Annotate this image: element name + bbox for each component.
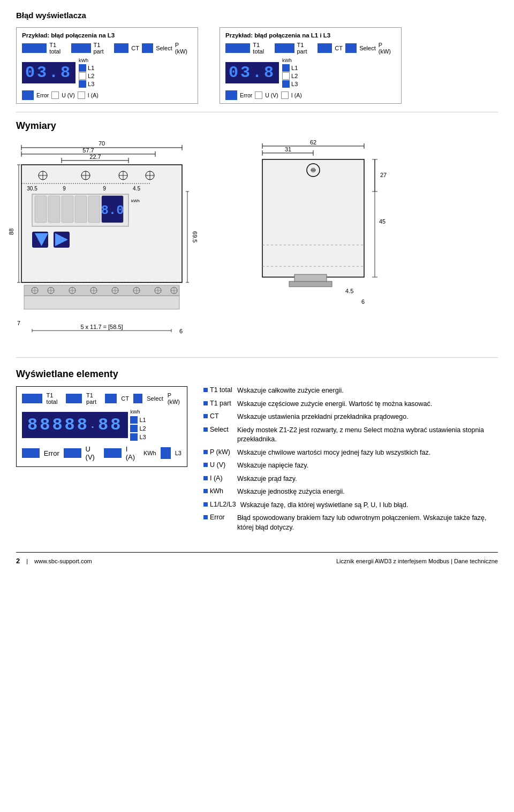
legend-val-error: Błąd spowodowany brakiem fazy lub odwrot… [237, 514, 498, 532]
legend-key-kwh: kWh [203, 487, 233, 495]
svg-rect-103 [262, 159, 364, 277]
page-footer: 2 | www.sbc-support.com Licznik energii … [16, 552, 498, 565]
svg-text:62: 62 [310, 139, 316, 145]
footer-right: Licznik energii AWD3 z interfejsem Modbu… [336, 558, 498, 564]
legend-key-pkw: P (kW) [203, 448, 233, 456]
svg-text:6: 6 [179, 328, 183, 334]
wymiary-title: Wymiary [16, 120, 498, 132]
ia-label-1: I (A) [88, 92, 99, 98]
uv-label-1: U (V) [62, 92, 75, 98]
panel-header: T1 total T1 part CT Select P (kW) [22, 392, 182, 405]
panel-l3: L3 [130, 433, 146, 441]
uv-label-2: U (V) [265, 92, 278, 98]
l3-box-2 [282, 80, 290, 88]
kwh-indicator-1: kWh L1 L2 L3 [79, 58, 94, 88]
panel-l2-box [130, 425, 138, 432]
example2-header: T1 total T1 part CT Select P (kW) [225, 42, 396, 55]
legend-key-label-error: Error [210, 514, 225, 521]
panel-l3-label: L3 [139, 434, 146, 440]
svg-text:31: 31 [285, 146, 291, 152]
l3-label-1: L3 [88, 81, 94, 87]
ct-label-2: CT [335, 45, 343, 51]
display-panel: T1 total T1 part CT Select P (kW) 8 8 8 [16, 386, 187, 467]
legend-bullet-t1part [203, 401, 208, 405]
panel-ia-box [104, 448, 122, 458]
section-divider-2 [16, 357, 498, 358]
t1-part-label-2: T1 part [297, 42, 315, 55]
legend-key-error: Error [203, 514, 233, 521]
panel-l1-label: L1 [139, 417, 146, 423]
ia-box-2 [281, 91, 289, 99]
l-col-kwh: kWh [130, 409, 146, 415]
l3-label-2: L3 [291, 81, 298, 87]
svg-text:5 x 11.7 = [58.5]: 5 x 11.7 = [58.5] [80, 324, 123, 330]
panel-l2-label: L2 [139, 425, 146, 432]
panel-kwh-btn-label: KWh [143, 450, 156, 456]
select-label-2: Select [359, 45, 376, 51]
seg-8-7: 8 [110, 415, 123, 435]
seg-8-3: 8 [52, 415, 64, 435]
ia-label-2: I (A) [291, 92, 302, 98]
example1-title: Przykład: błąd połączenia na L3 [22, 32, 192, 39]
legend-val-ct: Wskazuje ustawienia przekładni przekładn… [237, 412, 498, 422]
legend-bullet-kwh [203, 489, 208, 493]
example1-main: 03.8 kWh L1 L2 [22, 58, 192, 88]
l2-label-2: L2 [291, 73, 298, 79]
ct-label-1: CT [131, 45, 139, 51]
legend-key-label-l123: L1/L2/L3 [210, 501, 236, 508]
legend-table: T1 total Wskazuje całkowite zużycie ener… [203, 386, 498, 536]
kwh-label-2: kWh [282, 58, 298, 63]
svg-text:22.7: 22.7 [89, 154, 101, 160]
uv-box-2 [255, 91, 262, 99]
wyswietlane-title: Wyświetlane elementy [16, 369, 498, 380]
legend-key-l123: L1/L2/L3 [203, 501, 236, 508]
seg-8-2: 8 [40, 415, 52, 435]
legend-key-label-select: Select [210, 426, 229, 433]
error-example-2: Przykład: błąd połączenia na L1 i L3 T1 … [220, 27, 402, 104]
seg-display-2: 03.8 [225, 62, 279, 83]
footer-page-number: 2 [16, 557, 20, 565]
panel-l2: L2 [130, 425, 146, 432]
pkw-label-2: P (kW) [379, 42, 396, 55]
svg-text:57.7: 57.7 [82, 147, 94, 154]
footer-website: www.sbc-support.com [34, 558, 92, 564]
legend-row-kwh: kWh Wskazuje jednostkę zużycia energii. [203, 487, 498, 497]
panel-bottom-row: Error U (V) I (A) KWh L3 [22, 445, 182, 461]
panel-l1-box [130, 416, 138, 424]
legend-row-select: Select Kiedy mostek Z1-Z2 jest rozwarty,… [203, 426, 498, 445]
error-examples: Przykład: błąd połączenia na L3 T1 total… [16, 27, 498, 104]
seg-8-4: 8 [65, 415, 77, 435]
wyswietlane-content: T1 total T1 part CT Select P (kW) 8 8 8 [16, 386, 498, 536]
l-col-right: kWh L1 L2 L3 [130, 409, 146, 441]
legend-bullet-select [203, 427, 208, 432]
legend-val-kwh: Wskazuje jednostkę zużycia energii. [237, 487, 498, 497]
svg-text:8.0: 8.0 [101, 203, 124, 218]
legend-key-label-t1part: T1 part [210, 400, 231, 407]
main-seg-display: 8 8 8 8 8 . 8 8 [22, 412, 128, 438]
right-drawing: 62 31 27 [257, 138, 391, 341]
legend-key-label-kwh: kWh [210, 487, 223, 495]
error-example-1: Przykład: błąd połączenia na L3 T1 total… [16, 27, 198, 104]
panel-t1-total [22, 394, 42, 403]
t1-total-label-1: T1 total [49, 42, 68, 55]
l3-indicator-1: L3 [79, 80, 94, 88]
example2-bottom: Error U (V) I (A) [225, 90, 396, 100]
legend-key-select: Select [203, 426, 233, 433]
panel-l3-final-label: L3 [175, 450, 182, 456]
legend-key-ia: I (A) [203, 474, 233, 482]
pkw-label-1: P (kW) [175, 42, 192, 55]
drawing-area: 70 57.7 22.7 [16, 138, 498, 341]
example1-bottom: Error U (V) I (A) [22, 90, 192, 100]
footer-left: 2 | www.sbc-support.com [16, 557, 92, 565]
panel-l1: L1 [130, 416, 146, 424]
error-indicator-2 [225, 90, 237, 100]
l3-box-1 [79, 80, 86, 88]
l-indicators-1: L1 L2 L3 [79, 64, 94, 88]
legend-key-label-t1total: T1 total [210, 386, 232, 394]
legend-row-t1total: T1 total Wskazuje całkowite zużycie ener… [203, 386, 498, 396]
legend-bullet-t1total [203, 388, 208, 392]
panel-uv-box [64, 448, 81, 458]
svg-text:7: 7 [17, 320, 20, 326]
error-section: Błąd wyświetlacza Przykład: błąd połącze… [16, 11, 498, 104]
kwh-indicator-2: kWh L1 L2 L3 [282, 58, 298, 88]
